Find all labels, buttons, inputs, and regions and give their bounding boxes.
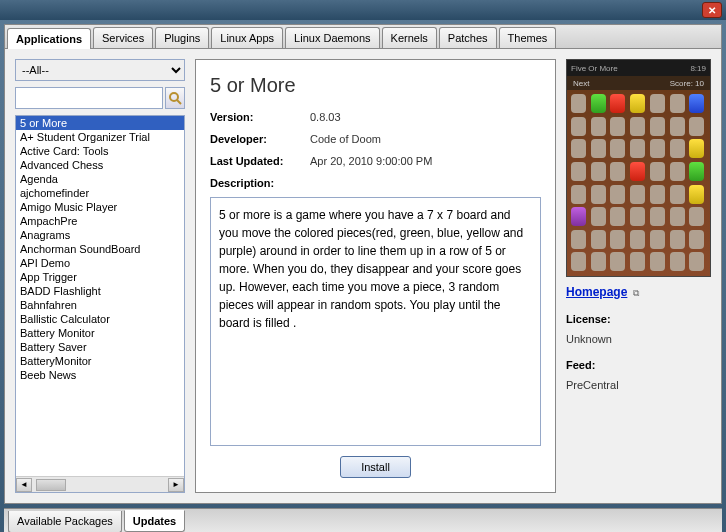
main-area: --All-- 5 or MoreA+ Student Organizer Tr… [5, 49, 721, 503]
developer-label: Developer: [210, 133, 310, 145]
grid-cell [610, 162, 625, 181]
grid-cell [630, 230, 645, 249]
app-window: ✕ ApplicationsServicesPluginsLinux AppsL… [0, 0, 726, 532]
package-list[interactable]: 5 or MoreA+ Student Organizer TrialActiv… [16, 116, 184, 476]
tab-linux-daemons[interactable]: Linux Daemons [285, 27, 379, 48]
bottom-tab-updates[interactable]: Updates [124, 510, 185, 532]
list-item[interactable]: Active Card: Tools [16, 144, 184, 158]
grid-cell [689, 230, 704, 249]
grid-cell [591, 117, 606, 136]
list-item[interactable]: 5 or More [16, 116, 184, 130]
grid-cell [591, 162, 606, 181]
grid-cell [591, 230, 606, 249]
grid-cell [689, 94, 704, 113]
svg-line-1 [177, 100, 181, 104]
grid-cell [591, 94, 606, 113]
license-label: License: [566, 313, 711, 325]
category-select[interactable]: --All-- [15, 59, 185, 81]
tab-kernels[interactable]: Kernels [382, 27, 437, 48]
updated-value: Apr 20, 2010 9:00:00 PM [310, 155, 432, 167]
grid-cell [571, 230, 586, 249]
grid-cell [650, 139, 665, 158]
grid-cell [670, 230, 685, 249]
search-icon [168, 91, 182, 105]
list-item[interactable]: Anchorman SoundBoard [16, 242, 184, 256]
install-button[interactable]: Install [340, 456, 411, 478]
grid-cell [571, 117, 586, 136]
right-panel: Five Or More 8:19 Next Score: 10 Homepag… [566, 59, 711, 493]
tab-applications[interactable]: Applications [7, 28, 91, 49]
screenshot-score-value: 10 [695, 79, 704, 88]
category-dropdown[interactable]: --All-- [15, 59, 185, 81]
search-button[interactable] [165, 87, 185, 109]
grid-cell [650, 252, 665, 271]
grid-cell [689, 252, 704, 271]
grid-cell [670, 162, 685, 181]
list-item[interactable]: Bahnfahren [16, 298, 184, 312]
list-item[interactable]: BADD Flashlight [16, 284, 184, 298]
list-item[interactable]: Anagrams [16, 228, 184, 242]
list-item[interactable]: Battery Saver [16, 340, 184, 354]
grid-cell [630, 117, 645, 136]
grid-cell [670, 117, 685, 136]
list-item[interactable]: ajchomefinder [16, 186, 184, 200]
screenshot-grid [567, 90, 710, 276]
grid-cell [650, 117, 665, 136]
tab-linux-apps[interactable]: Linux Apps [211, 27, 283, 48]
description-text[interactable]: 5 or more is a game where you have a 7 x… [210, 197, 541, 446]
app-title: 5 or More [210, 74, 541, 97]
tab-services[interactable]: Services [93, 27, 153, 48]
screenshot-app-name: Five Or More [571, 64, 618, 73]
search-row [15, 87, 185, 109]
external-link-icon: ⧉ [633, 288, 639, 298]
grid-cell [670, 252, 685, 271]
close-button[interactable]: ✕ [702, 2, 722, 18]
grid-cell [571, 162, 586, 181]
grid-cell [571, 139, 586, 158]
grid-cell [591, 139, 606, 158]
grid-cell [591, 252, 606, 271]
list-item[interactable]: App Trigger [16, 270, 184, 284]
list-item[interactable]: Beeb News [16, 368, 184, 382]
grid-cell [630, 162, 645, 181]
description-label: Description: [210, 177, 541, 189]
content-pane: ApplicationsServicesPluginsLinux AppsLin… [4, 24, 722, 504]
list-item[interactable]: Amigo Music Player [16, 200, 184, 214]
grid-cell [689, 117, 704, 136]
developer-value: Code of Doom [310, 133, 381, 145]
search-input[interactable] [15, 87, 163, 109]
grid-cell [630, 185, 645, 204]
list-item[interactable]: A+ Student Organizer Trial [16, 130, 184, 144]
grid-cell [650, 185, 665, 204]
list-item[interactable]: AmpachPre [16, 214, 184, 228]
scroll-left-button[interactable]: ◄ [16, 478, 32, 492]
screenshot-next-label: Next [573, 79, 589, 88]
grid-cell [571, 252, 586, 271]
list-item[interactable]: Battery Monitor [16, 326, 184, 340]
grid-cell [610, 207, 625, 226]
grid-cell [689, 139, 704, 158]
version-label: Version: [210, 111, 310, 123]
homepage-link[interactable]: Homepage [566, 285, 627, 299]
bottom-tab-available-packages[interactable]: Available Packages [8, 511, 122, 532]
grid-cell [610, 185, 625, 204]
tab-patches[interactable]: Patches [439, 27, 497, 48]
grid-cell [670, 139, 685, 158]
grid-cell [630, 139, 645, 158]
list-item[interactable]: Ballistic Calculator [16, 312, 184, 326]
license-value: Unknown [566, 333, 711, 345]
scroll-right-button[interactable]: ► [168, 478, 184, 492]
scroll-thumb[interactable] [36, 479, 66, 491]
tab-plugins[interactable]: Plugins [155, 27, 209, 48]
grid-cell [610, 230, 625, 249]
list-item[interactable]: Agenda [16, 172, 184, 186]
tab-themes[interactable]: Themes [499, 27, 557, 48]
svg-point-0 [170, 93, 178, 101]
list-item[interactable]: Advanced Chess [16, 158, 184, 172]
grid-cell [591, 207, 606, 226]
grid-cell [571, 94, 586, 113]
list-item[interactable]: API Demo [16, 256, 184, 270]
horizontal-scrollbar[interactable]: ◄ ► [16, 476, 184, 492]
grid-cell [610, 117, 625, 136]
list-item[interactable]: BatteryMonitor [16, 354, 184, 368]
